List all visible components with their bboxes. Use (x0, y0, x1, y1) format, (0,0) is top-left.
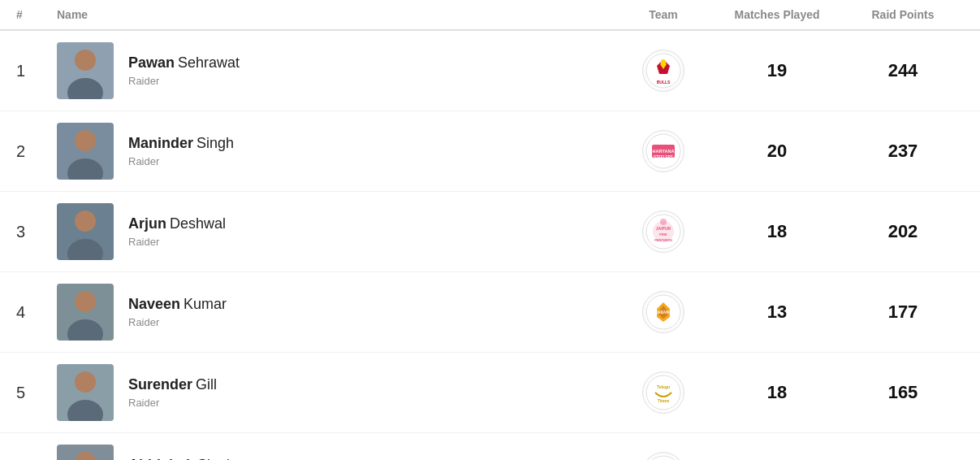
player-role: Raider (128, 75, 240, 87)
svg-point-40 (646, 456, 680, 460)
team-cell: HARYANA STEELERS (615, 130, 712, 172)
matches-cell: 18 (712, 221, 842, 242)
player-name: ArjunDeshwal (128, 215, 226, 233)
first-name: Abhishek (128, 457, 194, 460)
player-name: NaveenKumar (128, 296, 227, 314)
header-name: Name (57, 8, 615, 21)
team-logo: HARYANA STEELERS (642, 130, 684, 172)
player-role: Raider (128, 236, 226, 248)
matches-cell: 13 (712, 302, 842, 323)
player-role: Raider (128, 316, 227, 328)
svg-text:STEELERS: STEELERS (654, 155, 673, 159)
player-info: SurenderGill Raider (128, 376, 217, 410)
svg-point-32 (75, 371, 96, 393)
first-name: Maninder (128, 135, 193, 151)
table-header: # Name Team Matches Played Raid Points (0, 0, 980, 31)
table-row: 1 PawanSehrawat Raider BULLS 19 (0, 31, 980, 111)
last-name: Singh (197, 457, 235, 460)
player-cell: ManinderSingh Raider (57, 123, 615, 180)
svg-point-25 (75, 291, 96, 312)
team-cell: Telugu Titans (615, 371, 712, 414)
table-row: 3 ArjunDeshwal Raider JAIPUR PINK PANTHE… (0, 192, 980, 272)
rank-cell: 1 (16, 62, 57, 80)
points-cell: 165 (842, 382, 964, 403)
avatar (57, 364, 114, 421)
svg-text:JAIPUR: JAIPUR (656, 226, 671, 231)
svg-text:Telugu: Telugu (657, 384, 670, 389)
player-info: NaveenKumar Raider (128, 296, 227, 329)
player-name: PawanSehrawat (128, 54, 240, 72)
player-name: AbhishekSingh (128, 457, 235, 460)
avatar (57, 42, 114, 99)
player-role: Raider (128, 397, 217, 409)
points-cell: 244 (842, 60, 964, 81)
svg-point-16 (75, 210, 96, 232)
leaderboard-table: # Name Team Matches Played Raid Points 1… (0, 0, 980, 460)
rows-container: 1 PawanSehrawat Raider BULLS 19 (0, 31, 980, 460)
player-cell: SurenderGill Raider (57, 364, 615, 421)
player-name: SurenderGill (128, 376, 217, 394)
rank-cell: 3 (16, 223, 57, 241)
last-name: Singh (196, 135, 234, 151)
avatar (57, 445, 114, 460)
rank-cell: 5 (16, 384, 57, 402)
team-logo: JAIPUR PINK PANTHERS (642, 210, 684, 253)
points-cell: 237 (842, 141, 964, 162)
avatar (57, 203, 114, 260)
team-cell: BULLS (615, 50, 712, 92)
svg-point-9 (75, 130, 96, 151)
team-cell: U MUMBA (615, 452, 712, 460)
first-name: Arjun (128, 215, 166, 232)
last-name: Kumar (183, 296, 227, 312)
svg-text:BULLS: BULLS (657, 80, 671, 85)
team-logo: Telugu Titans (642, 371, 684, 414)
player-role: Raider (128, 155, 234, 167)
first-name: Surender (128, 376, 192, 393)
team-cell: DABANG (615, 291, 712, 333)
team-logo: U MUMBA (642, 452, 684, 460)
table-row: 2 ManinderSingh Raider HARYANA STEELERS … (0, 111, 980, 192)
header-points: Raid Points (842, 8, 964, 21)
player-info: PawanSehrawat Raider (128, 54, 240, 88)
player-cell: NaveenKumar Raider (57, 284, 615, 341)
player-cell: PawanSehrawat Raider (57, 42, 615, 99)
team-logo: DABANG (642, 291, 684, 333)
team-cell: JAIPUR PINK PANTHERS (615, 210, 712, 253)
table-row: 5 SurenderGill Raider Telugu Titans 18 (0, 353, 980, 433)
points-cell: 177 (842, 302, 964, 323)
rank-cell: 4 (16, 303, 57, 322)
table-row: 6 AbhishekSingh Raider U MUMBA 18 158 (0, 433, 980, 460)
svg-text:DABANG: DABANG (655, 310, 671, 315)
player-info: ManinderSingh Raider (128, 135, 234, 168)
matches-cell: 18 (712, 382, 842, 403)
last-name: Deshwal (170, 215, 226, 232)
svg-text:HARYANA: HARYANA (653, 149, 675, 154)
svg-text:Titans: Titans (658, 398, 670, 403)
svg-point-1 (75, 50, 96, 71)
first-name: Naveen (128, 296, 180, 312)
points-cell: 202 (842, 221, 964, 242)
svg-point-34 (646, 375, 680, 410)
last-name: Gill (196, 376, 217, 393)
player-info: AbhishekSingh Raider (128, 457, 235, 460)
avatar (57, 123, 114, 180)
player-name: ManinderSingh (128, 135, 234, 153)
matches-cell: 20 (712, 141, 842, 162)
svg-text:PANTHERS: PANTHERS (654, 238, 672, 242)
player-cell: ArjunDeshwal Raider (57, 203, 615, 260)
header-rank: # (16, 8, 57, 21)
svg-point-23 (660, 219, 667, 225)
matches-cell: 19 (712, 60, 842, 81)
team-logo: BULLS (642, 50, 684, 92)
player-info: ArjunDeshwal Raider (128, 215, 226, 249)
header-matches: Matches Played (712, 8, 842, 21)
rank-cell: 2 (16, 142, 57, 161)
table-row: 4 NaveenKumar Raider DABANG 13 177 (0, 272, 980, 353)
svg-text:PINK: PINK (659, 232, 667, 237)
last-name: Sehrawat (178, 54, 240, 71)
first-name: Pawan (128, 54, 175, 71)
header-team: Team (615, 8, 712, 21)
svg-point-7 (661, 59, 666, 64)
player-cell: AbhishekSingh Raider (57, 445, 615, 460)
avatar (57, 284, 114, 341)
